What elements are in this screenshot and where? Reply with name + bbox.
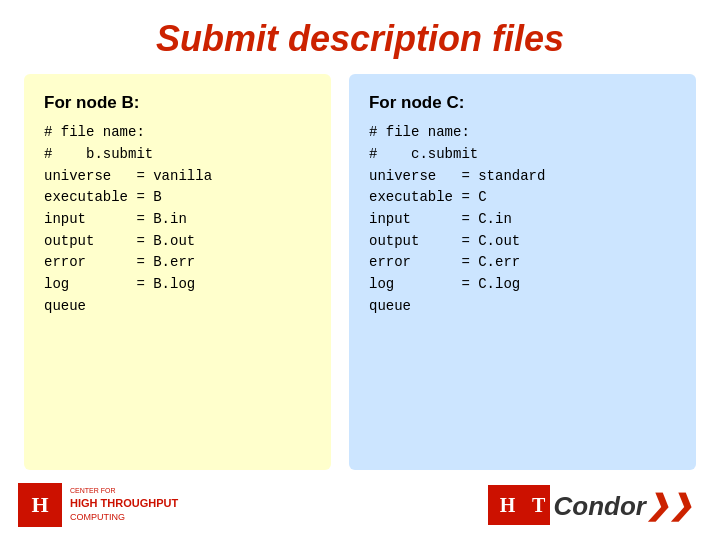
node-b-line-4: input = B.in [44,209,311,231]
htcondor-h-letter: H [488,485,528,525]
node-b-box: For node B: # file name: # b.submit univ… [24,74,331,470]
node-c-heading: For node C: [369,90,676,116]
ht-logo: H CENTER FOR HIGH THROUGHPUT COMPUTING [18,483,178,527]
node-c-line-1: # c.submit [369,144,676,166]
node-b-line-3: executable = B [44,187,311,209]
node-b-line-8: queue [44,296,311,318]
node-c-box: For node C: # file name: # c.submit univ… [349,74,696,470]
node-c-line-4: input = C.in [369,209,676,231]
node-c-line-3: executable = C [369,187,676,209]
node-c-line-8: queue [369,296,676,318]
node-c-line-6: error = C.err [369,252,676,274]
htcondor-logo: H T Condor❯❯ [488,485,692,525]
ht-logo-text: CENTER FOR HIGH THROUGHPUT COMPUTING [70,486,178,524]
node-b-line-2: universe = vanilla [44,166,311,188]
node-b-line-6: error = B.err [44,252,311,274]
node-c-line-2: universe = standard [369,166,676,188]
node-c-line-7: log = C.log [369,274,676,296]
htcondor-name: Condor❯❯ [554,489,692,522]
footer: H CENTER FOR HIGH THROUGHPUT COMPUTING H… [0,470,720,540]
node-b-line-7: log = B.log [44,274,311,296]
node-b-line-1: # b.submit [44,144,311,166]
node-c-line-0: # file name: [369,122,676,144]
node-b-heading: For node B: [44,90,311,116]
htcondor-t-letter: T [528,485,550,525]
node-b-line-5: output = B.out [44,231,311,253]
page: Submit description files For node B: # f… [0,0,720,540]
content-area: For node B: # file name: # b.submit univ… [0,74,720,470]
ht-computing: COMPUTING [70,511,178,524]
htcondor-ht-block: H T [488,485,550,525]
node-c-line-5: output = C.out [369,231,676,253]
htcondor-condor-rest: ondor [572,491,646,521]
ht-center-for: CENTER FOR [70,486,178,496]
htcondor-condor-text: C [554,491,573,521]
node-b-line-0: # file name: [44,122,311,144]
page-title: Submit description files [0,0,720,74]
htcondor-swoosh: ❯❯ [646,489,692,522]
ht-logo-letter: H [18,483,62,527]
ht-high: HIGH THROUGHPUT [70,496,178,511]
